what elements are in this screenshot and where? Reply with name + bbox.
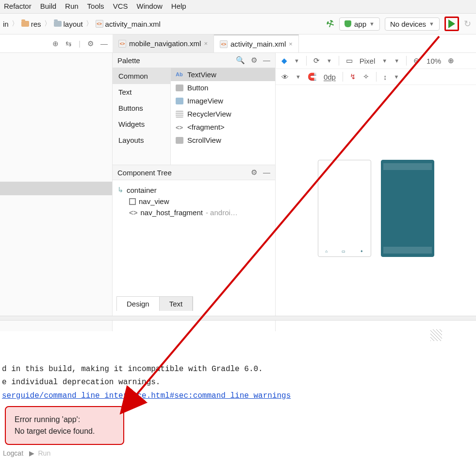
build-output[interactable]: d in this build, making it incompatible …	[0, 350, 476, 403]
chevron-down-icon: ▼	[429, 21, 434, 27]
device-preview-light[interactable]: ⌂▭✦	[318, 160, 371, 257]
zoom-label: 10%	[427, 57, 441, 65]
minimize-icon[interactable]: —	[263, 168, 270, 177]
palette-item-fragment[interactable]: <> <fragment>	[171, 120, 275, 134]
container-icon: ↳	[117, 186, 124, 194]
run-button[interactable]	[444, 17, 459, 31]
play-icon	[448, 19, 455, 28]
minimize-icon[interactable]: —	[100, 39, 108, 48]
error-line2: No target device found.	[15, 425, 115, 437]
tab-label: activity_main.xml	[230, 40, 286, 48]
tab-text[interactable]: Text	[160, 297, 193, 311]
device-combo[interactable]: No devices ▼	[385, 17, 440, 31]
chevron-down-icon: ▼	[369, 21, 375, 27]
rotate-icon[interactable]: ⟳	[313, 56, 320, 65]
tab-mobile-navigation[interactable]: <> mobile_navigation.xml ×	[113, 34, 214, 52]
palette-categories: Common Text Buttons Widgets Layouts	[113, 68, 171, 165]
clear-constraints-icon[interactable]: ↯	[350, 72, 356, 81]
xml-file-icon: <>	[220, 40, 228, 48]
eye-icon[interactable]: 👁	[281, 73, 289, 81]
build-icon[interactable]: ⚒	[325, 17, 336, 31]
palette-cat-layouts[interactable]: Layouts	[113, 132, 170, 148]
crumb-res[interactable]: res	[21, 20, 41, 28]
palette-item-imageview[interactable]: ImageView	[171, 94, 275, 107]
gear-icon[interactable]: ⚙	[251, 56, 257, 65]
preview-pane: ◆▼ ⟳▼ ▭ Pixel▼ ▼ ⊖ 10% ⊕ 👁▼ 🧲 0dp ↯ ✧ ↕▼…	[276, 53, 476, 331]
android-icon	[345, 20, 351, 27]
palette-cat-widgets[interactable]: Widgets	[113, 116, 170, 132]
device-preview-blueprint[interactable]	[381, 160, 434, 257]
tree-node-nav-host-fragment[interactable]: <> nav_host_fragment - androi…	[117, 207, 270, 218]
device-label[interactable]: Pixel	[360, 57, 376, 65]
component-tree-title: Component Tree	[117, 169, 172, 177]
target-icon[interactable]: ⊕	[52, 39, 59, 48]
crumb-in[interactable]: in	[3, 20, 9, 28]
rerun-icon[interactable]: ↻	[464, 18, 471, 29]
pane-separator[interactable]	[0, 316, 476, 321]
palette-item-button[interactable]: Button	[171, 81, 275, 94]
menu-vcs[interactable]: VCS	[113, 2, 128, 10]
tab-label: mobile_navigation.xml	[129, 39, 201, 48]
chevron-right-icon: 〉	[43, 19, 52, 28]
search-icon[interactable]: 🔍	[236, 56, 245, 65]
menu-help[interactable]: Help	[171, 2, 186, 10]
palette-items: Ab TextView Button ImageView RecyclerVie…	[171, 68, 275, 165]
margin-label[interactable]: 0dp	[324, 73, 336, 81]
minimize-icon[interactable]: —	[263, 56, 270, 65]
menu-refactor[interactable]: Refactor	[4, 2, 32, 10]
preview-canvas[interactable]: ⌂▭✦	[276, 85, 476, 331]
preview-toolbar-top: ◆▼ ⟳▼ ▭ Pixel▼ ▼ ⊖ 10% ⊕	[276, 53, 476, 69]
bottom-nav-icons: ⌂▭✦	[318, 249, 371, 254]
crumb-file[interactable]: <> activity_main.xml	[96, 20, 161, 28]
close-icon[interactable]: ×	[204, 40, 208, 47]
design-pane: Palette 🔍 ⚙ — Common Text Buttons Widget…	[113, 53, 276, 331]
zoom-in-icon[interactable]: ⊕	[448, 56, 454, 65]
status-run[interactable]: Run	[38, 449, 51, 457]
palette-item-recyclerview[interactable]: RecyclerView	[171, 107, 275, 120]
palette-cat-text[interactable]: Text	[113, 84, 170, 100]
component-tree-header: Component Tree ⚙ —	[113, 165, 275, 180]
menu-run[interactable]: Run	[65, 2, 79, 10]
infer-constraints-icon[interactable]: ✧	[363, 72, 369, 81]
status-logcat[interactable]: Logcat	[3, 449, 23, 457]
menu-build[interactable]: Build	[40, 2, 56, 10]
palette-item-scrollview[interactable]: ScrollView	[171, 134, 275, 147]
gear-icon[interactable]: ⚙	[251, 168, 257, 177]
align-icon[interactable]: ↕	[383, 73, 387, 81]
tree-node-nav-view[interactable]: nav_view	[117, 196, 270, 207]
tree-node-container[interactable]: ↳ container	[117, 184, 270, 196]
tab-activity-main[interactable]: <> activity_main.xml ×	[214, 34, 299, 52]
project-pane[interactable]	[0, 53, 113, 331]
folder-icon	[21, 21, 29, 27]
breadcrumb: in 〉 res 〉 layout 〉 <> activity_main.xml	[3, 19, 161, 28]
magnet-icon[interactable]: 🧲	[308, 72, 317, 81]
preview-toolbar-bottom: 👁▼ 🧲 0dp ↯ ✧ ↕▼	[276, 69, 476, 85]
folder-icon	[54, 21, 62, 27]
palette: Common Text Buttons Widgets Layouts Ab T…	[113, 68, 275, 165]
layers-icon[interactable]: ◆	[281, 56, 287, 65]
palette-cat-common[interactable]: Common	[113, 68, 170, 84]
collapse-icon[interactable]: ⇆	[66, 39, 72, 48]
zoom-out-icon[interactable]: ⊖	[413, 56, 420, 65]
error-notification[interactable]: Error running 'app': No target device fo…	[5, 406, 124, 445]
navigation-bar: in 〉 res 〉 layout 〉 <> activity_main.xml…	[0, 14, 476, 34]
crumb-layout[interactable]: layout	[54, 20, 83, 28]
xml-file-icon: <>	[96, 20, 103, 28]
run-config-label: app	[354, 20, 366, 28]
resize-handle-icon[interactable]	[430, 329, 442, 341]
close-icon[interactable]: ×	[289, 40, 293, 48]
gear-icon[interactable]: ⚙	[87, 39, 94, 48]
status-bar: Logcat ▶ Run	[0, 447, 53, 459]
tab-design[interactable]: Design	[117, 297, 160, 311]
button-icon	[176, 85, 183, 91]
palette-cat-buttons[interactable]: Buttons	[113, 100, 170, 116]
fragment-icon: <>	[129, 208, 138, 217]
menu-window[interactable]: Window	[136, 2, 162, 10]
main-region: Palette 🔍 ⚙ — Common Text Buttons Widget…	[0, 53, 476, 331]
console-link[interactable]: serguide/command_line_interface.html#sec…	[2, 391, 291, 400]
chevron-right-icon: 〉	[85, 19, 94, 28]
menu-tools[interactable]: Tools	[87, 2, 104, 10]
project-selection-bar	[0, 182, 112, 195]
run-config-combo[interactable]: app ▼	[339, 17, 380, 31]
palette-item-textview[interactable]: Ab TextView	[171, 68, 275, 81]
